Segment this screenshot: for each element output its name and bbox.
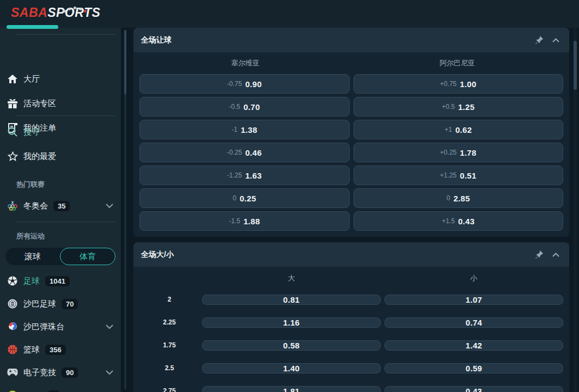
odds-button-home[interactable]: -0.50.70: [139, 97, 350, 117]
odds-button-over[interactable]: 1.16: [202, 317, 381, 328]
odds-value: 1.81: [283, 387, 300, 392]
saba-soccer-icon: B: [7, 298, 18, 309]
handicap-value: 0: [233, 194, 236, 202]
odds-button-away[interactable]: +1.50.43: [354, 211, 564, 231]
sidebar-item-lobby[interactable]: 大厅: [0, 68, 121, 90]
odds-button-home[interactable]: -1.51.88: [139, 211, 350, 231]
app-screen: 大厅 活动专区 我的注单 搜寻: [0, 0, 579, 392]
odds-value: 0.59: [466, 364, 482, 373]
handicap-row: -0.50.70 +0.51.25: [139, 97, 563, 117]
odds-button-home[interactable]: -0.250.46: [139, 143, 350, 162]
odds-button-home[interactable]: -0.750.90: [139, 74, 350, 94]
pin-icon[interactable]: [533, 249, 545, 261]
chevron-down-icon: [106, 324, 113, 329]
handicap-value: 0: [447, 194, 450, 202]
sidebar-item-tennis-partial[interactable]: [0, 384, 121, 392]
odds-value: 1.42: [466, 341, 482, 350]
handicap-value: +1: [444, 126, 452, 133]
svg-text:B: B: [11, 302, 14, 305]
under-column-label: 小: [385, 273, 563, 283]
over-under-row: 2 0.81 1.07: [139, 290, 563, 309]
odds-button-away[interactable]: 02.85: [354, 188, 564, 208]
section-title: 全场大/小: [141, 250, 529, 260]
odds-value: 1.88: [243, 217, 260, 226]
star-icon: [7, 151, 18, 162]
saba-sports-logo[interactable]: SABASPORTS: [11, 5, 100, 20]
sidebar-item-label: 足球: [23, 276, 40, 286]
odds-button-over[interactable]: 1.40: [202, 363, 381, 373]
all-sports-header: 所有运动: [16, 231, 45, 241]
handicap-row: -0.750.90 +0.751.00: [139, 74, 563, 94]
odds-value: 0.58: [283, 341, 300, 350]
odds-value: 2.85: [453, 194, 470, 203]
handicap-value: -0.5: [229, 103, 240, 111]
collapse-chevron-up-icon[interactable]: [550, 249, 562, 261]
active-nav-indicator: [7, 25, 58, 29]
odds-button-away[interactable]: +10.62: [354, 120, 564, 139]
odds-button-over[interactable]: 0.81: [202, 295, 381, 305]
count-badge: 70: [62, 299, 78, 309]
over-under-card: 全场大/小 大 小 2 0.81 1.07 2.25 1.16 0.74 1.7…: [133, 242, 569, 392]
over-under-card-header: 全场大/小: [133, 242, 569, 267]
sidebar-item-esports[interactable]: 电子竞技 90: [0, 362, 121, 383]
toggle-sports[interactable]: 体育: [60, 248, 115, 265]
odds-button-away[interactable]: +1.250.51: [354, 166, 564, 185]
odds-button-over[interactable]: 0.58: [202, 340, 381, 351]
odds-value: 1.78: [460, 148, 476, 157]
home-icon: [7, 74, 18, 84]
top-bar: SABASPORTS: [0, 0, 579, 28]
chevron-down-icon: [106, 204, 113, 208]
odds-value: 0.81: [283, 295, 300, 304]
sidebar-item-saba-pinball[interactable]: 沙巴弹珠台: [0, 316, 121, 338]
odds-button-under[interactable]: 1.07: [385, 295, 563, 305]
line-value: 2.75: [139, 387, 199, 392]
handicap-value: +0.5: [442, 103, 455, 111]
main-scrollbar[interactable]: [574, 28, 577, 392]
handicap-value: +1.25: [440, 171, 456, 179]
odds-button-home[interactable]: -11.38: [139, 120, 350, 139]
gamepad-icon: [7, 367, 18, 378]
live-vs-sports-toggle: 滚球 体育: [5, 248, 115, 265]
handicap-value: -0.25: [227, 149, 242, 156]
sidebar: 大厅 活动专区 我的注单 搜寻: [0, 28, 121, 392]
odds-value: 0.43: [466, 387, 482, 392]
away-team-name: 阿尔巴尼亚: [351, 52, 563, 74]
pin-icon[interactable]: [533, 34, 545, 46]
odds-button-under[interactable]: 0.43: [385, 386, 563, 392]
handicap-row: 00.25 02.85: [139, 188, 563, 208]
sidebar-item-favorites[interactable]: 我的最爱: [0, 145, 121, 167]
sidebar-item-basketball[interactable]: 篮球 356: [0, 339, 121, 360]
sidebar-scrollbar-thumb[interactable]: [124, 30, 126, 94]
odds-button-under[interactable]: 1.42: [385, 340, 563, 351]
sidebar-scrollbar[interactable]: [124, 30, 126, 389]
sidebar-item-winter-olympics[interactable]: 冬奥会 35: [0, 195, 121, 217]
handicap-card-header: 全场让球: [133, 28, 569, 52]
odds-button-home[interactable]: 00.25: [139, 188, 350, 208]
collapse-chevron-up-icon[interactable]: [550, 34, 562, 46]
odds-button-away[interactable]: +0.251.78: [354, 143, 564, 162]
search-icon: [7, 126, 18, 137]
divider: [16, 115, 115, 116]
handicap-row: -0.250.46 +0.251.78: [139, 143, 563, 162]
gift-icon: [7, 98, 18, 109]
toggle-live[interactable]: 滚球: [5, 248, 60, 265]
sidebar-item-saba-soccer[interactable]: B 沙巴足球 70: [0, 293, 121, 315]
odds-button-over[interactable]: 1.81: [202, 386, 381, 392]
odds-button-away[interactable]: +0.751.00: [354, 74, 564, 94]
sidebar-item-promotions[interactable]: 活动专区: [0, 93, 121, 114]
main-scrollbar-thumb[interactable]: [574, 41, 577, 90]
odds-button-under[interactable]: 0.59: [385, 363, 563, 373]
sidebar-item-soccer[interactable]: 足球 1041: [0, 270, 121, 292]
odds-button-away[interactable]: +0.51.25: [354, 97, 564, 117]
line-value: 1.75: [139, 341, 199, 349]
section-title: 全场让球: [141, 35, 529, 45]
handicap-value: +0.25: [440, 149, 456, 156]
sidebar-item-label: 大厅: [23, 74, 40, 84]
odds-value: 1.16: [283, 318, 300, 327]
sidebar-item-search[interactable]: 搜寻: [0, 121, 121, 143]
home-team-name: 塞尔维亚: [139, 52, 351, 74]
sidebar-item-label: 沙巴足球: [23, 299, 56, 309]
logo-decoration: [63, 7, 87, 12]
odds-button-home[interactable]: -1.251.63: [139, 166, 350, 185]
odds-button-under[interactable]: 0.74: [385, 317, 563, 328]
